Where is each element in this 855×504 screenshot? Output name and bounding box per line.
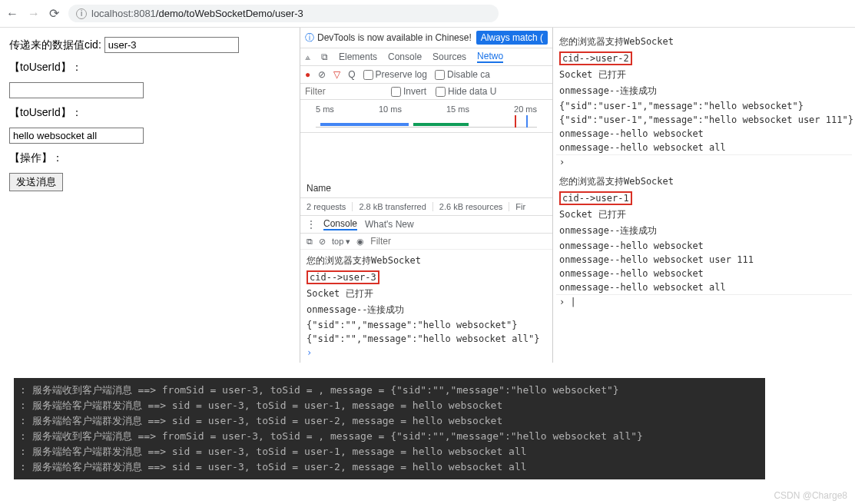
drawer-tab-console[interactable]: Console xyxy=(323,218,357,230)
banner-text: DevTools is now available in Chinese! xyxy=(317,32,473,43)
console-line: onmessage--连接成功 xyxy=(307,302,546,318)
send-button[interactable]: 发送消息 xyxy=(9,173,63,191)
console-line: Socket 已打开 xyxy=(307,286,546,302)
console-prompt[interactable]: › xyxy=(556,155,852,169)
eye-icon[interactable]: ◉ xyxy=(356,237,364,247)
touser-input-2[interactable] xyxy=(9,128,144,144)
log-line: : 服务端给客户端群发消息 ==> sid = user-3, toSid = … xyxy=(20,413,759,429)
watermark: CSDN @Charge8 xyxy=(774,490,847,501)
clear-console-icon[interactable]: ⊘ xyxy=(319,237,326,247)
url-bar[interactable]: i localhost:8081/demo/toWebSocketDemo/us… xyxy=(68,5,499,22)
console-line: cid-->user-3 xyxy=(307,269,546,286)
console-block-user2: 您的浏览器支持WebSocket cid-->user-2 Socket 已打开… xyxy=(556,34,852,169)
info-icon[interactable]: i xyxy=(76,8,87,19)
tab-console[interactable]: Console xyxy=(388,51,422,62)
transferred-size: 2.8 kB transferred xyxy=(359,202,432,211)
console-line: onmessage--连接成功 xyxy=(556,83,852,99)
console-line: {"sid":"","message":"hello websocket all… xyxy=(307,332,546,346)
name-column-header[interactable]: Name xyxy=(300,179,552,198)
back-icon[interactable]: ← xyxy=(6,7,18,21)
cid-label: 传递来的数据值cid: xyxy=(9,38,101,51)
console-line: onmessage--hello websocket all xyxy=(556,141,852,155)
console-toolbar: ⧉ ⊘ top ▾ ◉ xyxy=(300,234,552,250)
touser-label-2: 【toUserId】： xyxy=(9,106,290,120)
console-line: onmessage--hello websocket user 111 xyxy=(556,253,852,267)
console-line: {"sid":"","message":"hello websocket"} xyxy=(307,318,546,332)
console-line: onmessage--hello websocket xyxy=(556,127,852,141)
tick: 20 ms xyxy=(514,104,537,114)
devtools-banner: ⓘ DevTools is now available in Chinese! … xyxy=(300,28,552,48)
finish-time: Fir xyxy=(515,202,532,211)
console-line: 您的浏览器支持WebSocket xyxy=(307,253,546,269)
reload-icon[interactable]: ⟳ xyxy=(49,6,59,21)
log-line: : 服务端给客户端群发消息 ==> sid = user-3, toSid = … xyxy=(20,444,759,459)
console-block-user1: 您的浏览器支持WebSocket cid-->user-1 Socket 已打开… xyxy=(556,174,852,309)
console-line: 您的浏览器支持WebSocket xyxy=(556,34,852,50)
devtools-tabs: ⟁ ⧉ Elements Console Sources Netwo xyxy=(300,48,552,66)
console-filter-input[interactable] xyxy=(370,236,447,247)
url-text: localhost:8081/demo/toWebSocketDemo/user… xyxy=(91,8,303,19)
server-log: : 服务端收到客户端消息 ==> fromSid = user-3, toSid… xyxy=(14,378,765,479)
device-icon[interactable]: ⧉ xyxy=(321,51,328,62)
filter-input[interactable] xyxy=(305,86,382,97)
console-prompt[interactable]: › | xyxy=(556,295,852,309)
tick: 15 ms xyxy=(446,104,469,114)
preserve-log-checkbox[interactable]: Preserve log xyxy=(363,69,427,80)
console-prompt[interactable]: › xyxy=(307,346,546,360)
inspect-icon[interactable]: ⟁ xyxy=(305,51,310,62)
console-line: onmessage--hello websocket xyxy=(556,239,852,253)
right-consoles: 您的浏览器支持WebSocket cid-->user-2 Socket 已打开… xyxy=(553,28,855,363)
console-line: Socket 已打开 xyxy=(556,207,852,223)
touser-input-1[interactable] xyxy=(9,82,144,98)
log-line: : 服务端收到客户端消息 ==> fromSid = user-3, toSid… xyxy=(20,383,759,398)
console-line: {"sid":"user-1","message":"hello websock… xyxy=(556,99,852,113)
record-icon[interactable]: ● xyxy=(305,69,310,80)
search-icon[interactable]: Q xyxy=(348,69,355,80)
context-selector[interactable]: top ▾ xyxy=(332,237,350,247)
drawer-menu-icon[interactable]: ⋮ xyxy=(307,219,316,230)
network-filter-row: Invert Hide data U xyxy=(300,84,552,100)
log-line: : 服务端给客户端群发消息 ==> sid = user-3, toSid = … xyxy=(20,459,759,475)
resources-size: 2.6 kB resources xyxy=(439,202,510,211)
console-line: cid-->user-2 xyxy=(556,50,852,67)
console-output: 您的浏览器支持WebSocket cid-->user-3 Socket 已打开… xyxy=(300,250,552,363)
filter-icon[interactable]: ▽ xyxy=(333,69,340,80)
ops-label: 【操作】： xyxy=(9,151,290,165)
console-prompt-icon[interactable]: ⧉ xyxy=(307,237,313,247)
tab-elements[interactable]: Elements xyxy=(339,51,377,62)
console-line: onmessage--连接成功 xyxy=(556,223,852,239)
invert-checkbox[interactable]: Invert xyxy=(391,86,426,97)
always-match-button[interactable]: Always match ( xyxy=(476,31,548,45)
clear-icon[interactable]: ⊘ xyxy=(318,69,326,80)
log-line: : 服务端收到客户端消息 ==> fromSid = user-3, toSid… xyxy=(20,429,759,444)
drawer-tab-whatsnew[interactable]: What's New xyxy=(365,219,414,230)
console-line: {"sid":"user-1","message":"hello websock… xyxy=(556,113,852,127)
console-line: Socket 已打开 xyxy=(556,67,852,83)
requests-count: 2 requests xyxy=(307,202,353,211)
console-line: onmessage--hello websocket xyxy=(556,267,852,280)
tab-network[interactable]: Netwo xyxy=(477,51,503,63)
network-toolbar: ● ⊘ ▽ Q Preserve log Disable ca xyxy=(300,66,552,84)
drawer-tabs: ⋮ Console What's New xyxy=(300,216,552,234)
network-timeline[interactable]: 5 ms 10 ms 15 ms 20 ms xyxy=(300,100,552,133)
tab-sources[interactable]: Sources xyxy=(432,51,466,62)
console-line: 您的浏览器支持WebSocket xyxy=(556,174,852,190)
browser-toolbar: ← → ⟳ i localhost:8081/demo/toWebSocketD… xyxy=(0,0,855,28)
disable-cache-checkbox[interactable]: Disable ca xyxy=(435,69,490,80)
console-line: cid-->user-1 xyxy=(556,190,852,207)
console-line: onmessage--hello websocket all xyxy=(556,280,852,295)
hide-data-checkbox[interactable]: Hide data U xyxy=(436,86,496,97)
forward-icon[interactable]: → xyxy=(28,7,40,21)
devtools-panel: ⓘ DevTools is now available in Chinese! … xyxy=(300,28,553,363)
log-line: : 服务端给客户端群发消息 ==> sid = user-3, toSid = … xyxy=(20,398,759,413)
tick: 10 ms xyxy=(379,104,402,114)
tick: 5 ms xyxy=(316,104,334,114)
touser-label-1: 【toUserId】： xyxy=(9,61,290,75)
page-content: 传递来的数据值cid: 【toUserId】： 【toUserId】： 【操作】… xyxy=(0,28,300,363)
network-status-bar: 2 requests 2.8 kB transferred 2.6 kB res… xyxy=(300,198,552,216)
cid-input[interactable] xyxy=(104,37,239,53)
info-icon: ⓘ xyxy=(305,32,314,45)
